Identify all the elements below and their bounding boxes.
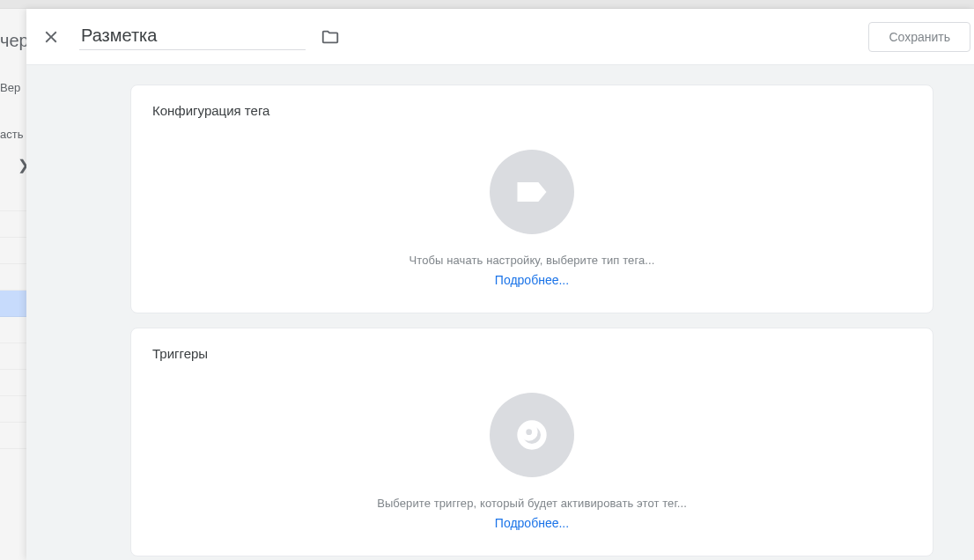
- bg-text: чер: [0, 31, 29, 51]
- bg-text: асть: [0, 128, 23, 141]
- svg-point-1: [523, 426, 535, 438]
- trigger-icon: [514, 417, 550, 453]
- panel-body: Конфигурация тега Чтобы начать настройку…: [26, 65, 974, 560]
- tag-icon: [513, 173, 551, 211]
- trigger-learn-more-link[interactable]: Подробнее...: [495, 516, 569, 530]
- panel-header: Сохранить: [26, 9, 974, 65]
- tag-placeholder-icon: [490, 150, 574, 234]
- tag-config-card[interactable]: Конфигурация тега Чтобы начать настройку…: [130, 85, 933, 313]
- bg-text: Вер: [0, 81, 20, 94]
- card-title: Конфигурация тега: [152, 103, 911, 118]
- trigger-placeholder-icon: [490, 393, 574, 477]
- tag-config-learn-more-link[interactable]: Подробнее...: [495, 273, 569, 287]
- save-button[interactable]: Сохранить: [868, 22, 970, 52]
- close-icon: [41, 27, 61, 47]
- tag-name-input[interactable]: [79, 24, 306, 50]
- folder-icon: [321, 27, 340, 47]
- bg-tab-strip: [0, 0, 974, 9]
- trigger-hint: Выберите триггер, который будет активиро…: [152, 497, 911, 510]
- bg-rows: [0, 185, 26, 449]
- close-button[interactable]: [41, 26, 62, 48]
- triggers-card[interactable]: Триггеры Выберите триггер, который будет…: [130, 328, 933, 556]
- card-title: Триггеры: [152, 346, 911, 361]
- tag-config-hint: Чтобы начать настройку, выберите тип тег…: [152, 254, 911, 267]
- folder-button[interactable]: [320, 26, 341, 48]
- tag-edit-panel: Сохранить Конфигурация тега Чтобы начать…: [26, 9, 974, 560]
